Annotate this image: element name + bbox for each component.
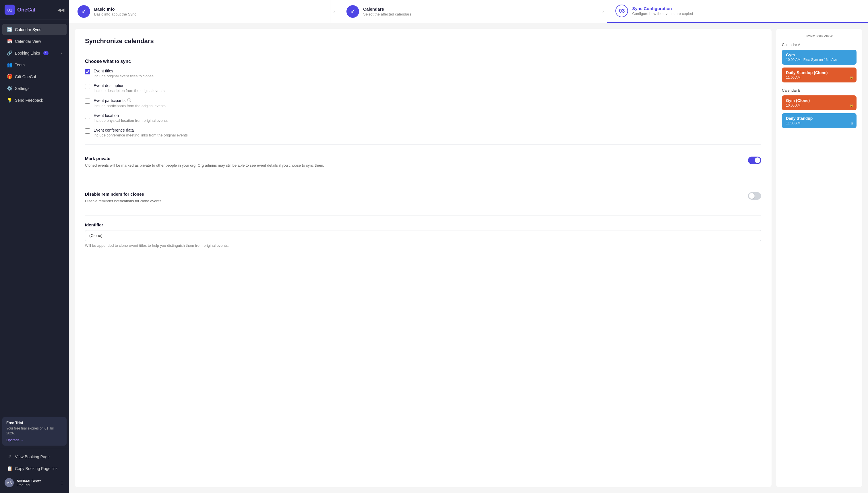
- team-icon: 👥: [7, 62, 12, 67]
- mark-private-description: Cloned events will be marked as private …: [85, 163, 742, 168]
- event-time: 11:00 AM: [786, 121, 852, 125]
- sidebar-bottom: ↗ View Booking Page 📋 Copy Booking Page …: [0, 448, 69, 493]
- event-location-text: Event location Include physical location…: [94, 113, 168, 123]
- collapse-sidebar-button[interactable]: ◀◀: [58, 7, 64, 13]
- avatar: MS: [5, 478, 14, 487]
- sidebar-item-send-feedback[interactable]: 💡 Send Feedback: [2, 94, 67, 106]
- settings-icon: ⚙️: [7, 86, 12, 91]
- disable-reminders-row: Disable reminders for clones Disable rem…: [85, 187, 761, 209]
- event-conference-data-label[interactable]: Event conference data: [94, 128, 188, 132]
- step-3-subtitle: Configure how the events are copied: [632, 12, 693, 16]
- step-2-title: Calendars: [363, 7, 411, 12]
- event-titles-label[interactable]: Event titles: [94, 69, 154, 73]
- step-3-number: 03: [619, 8, 624, 14]
- calendar-sync-icon: 🔄: [7, 27, 12, 32]
- choose-sync-heading: Choose what to sync: [85, 59, 761, 64]
- sidebar-item-label: Calendar Sync: [15, 27, 41, 32]
- info-icon[interactable]: ⓘ: [127, 98, 131, 103]
- sidebar-item-booking-links[interactable]: 🔗 Booking Links 1 ›: [2, 47, 67, 59]
- step-1-circle: ✓: [77, 5, 90, 18]
- stepper-header: ✓ Basic Info Basic info about the Sync ›…: [69, 0, 868, 23]
- sidebar-item-calendar-view[interactable]: 📅 Calendar View: [2, 36, 67, 47]
- form-panel: Synchronize calendars Choose what to syn…: [75, 29, 772, 487]
- booking-links-badge: 1: [43, 51, 48, 55]
- event-gym-a: Gym 10:00 AM · Flex Gym on 16th Ave: [782, 50, 856, 65]
- mark-private-text: Mark private Cloned events will be marke…: [85, 156, 742, 168]
- event-participants-label[interactable]: Event participants ⓘ: [94, 98, 166, 103]
- step-basic-info[interactable]: ✓ Basic Info Basic info about the Sync: [69, 0, 330, 23]
- sidebar-item-settings[interactable]: ⚙️ Settings: [2, 83, 67, 94]
- event-conference-data-desc: Include conference meeting links from th…: [94, 133, 188, 137]
- preview-title: SYNC PREVIEW: [782, 35, 856, 38]
- event-participants-checkbox[interactable]: [85, 99, 90, 104]
- booking-links-icon: 🔗: [7, 50, 12, 56]
- step-2-subtitle: Select the affected calendars: [363, 12, 411, 16]
- content-area: Synchronize calendars Choose what to syn…: [69, 23, 868, 493]
- event-daily-standup-b: Daily Standup 11:00 AM ⊞: [782, 113, 856, 128]
- step-1-subtitle: Basic info about the Sync: [94, 12, 136, 16]
- step-arrow-1: ›: [330, 8, 338, 15]
- sidebar-item-label: Calendar View: [15, 39, 41, 44]
- lock-icon: 🔒: [849, 103, 854, 107]
- identifier-section: Identifier Will be appended to clone eve…: [85, 222, 761, 248]
- event-description-label[interactable]: Event description: [94, 83, 164, 88]
- free-trial-title: Free Trial: [6, 421, 63, 425]
- chevron-right-icon: ›: [61, 51, 62, 55]
- sidebar-item-label: Settings: [15, 86, 29, 91]
- step-2-info: Calendars Select the affected calendars: [363, 7, 411, 16]
- calendar-a-label: Calendar A: [782, 43, 856, 47]
- logo-box: 01: [5, 5, 15, 15]
- event-titles-option: Event titles Include original event titl…: [85, 69, 761, 78]
- sidebar-item-calendar-sync[interactable]: 🔄 Calendar Sync: [2, 24, 67, 35]
- user-menu[interactable]: MS Michael Scott Free Trial ⋮: [0, 475, 69, 491]
- step-sync-configuration[interactable]: 03 Sync Configuration Configure how the …: [607, 0, 868, 23]
- divider-3: [85, 180, 761, 180]
- event-location-label[interactable]: Event location: [94, 113, 168, 118]
- event-time: 10:00 AM · Flex Gym on 16th Ave: [786, 58, 852, 62]
- page-title: Synchronize calendars: [85, 37, 761, 45]
- step-3-info: Sync Configuration Configure how the eve…: [632, 6, 693, 16]
- event-title: Daily Standup: [786, 116, 852, 121]
- identifier-input[interactable]: [85, 230, 761, 241]
- event-location-option: Event location Include physical location…: [85, 113, 761, 123]
- user-name: Michael Scott: [17, 479, 57, 483]
- calendar-b-label: Calendar B: [782, 88, 856, 92]
- logo-name-part2: Cal: [27, 7, 35, 13]
- upgrade-button[interactable]: Upgrade →: [6, 438, 24, 442]
- event-titles-checkbox[interactable]: [85, 69, 90, 74]
- calendar-view-icon: 📅: [7, 39, 12, 44]
- event-participants-desc: Include participants from the original e…: [94, 104, 166, 108]
- divider-1: [85, 52, 761, 52]
- user-menu-dots-button[interactable]: ⋮: [60, 480, 64, 486]
- mark-private-toggle[interactable]: [748, 156, 761, 164]
- event-conference-data-text: Event conference data Include conference…: [94, 128, 188, 137]
- free-trial-description: Your free trial expires on 01 Jul 2026.: [6, 426, 63, 436]
- expand-icon: ⊞: [851, 121, 854, 125]
- sidebar-item-gift-onecal[interactable]: 🎁 Gift OneCal: [2, 71, 67, 82]
- disable-reminders-toggle[interactable]: [748, 192, 761, 200]
- sidebar-item-label: Team: [15, 63, 25, 67]
- sidebar-item-label: Copy Booking Page link: [15, 466, 58, 471]
- free-trial-box: Free Trial Your free trial expires on 01…: [2, 417, 67, 446]
- step-3-circle: 03: [615, 5, 628, 17]
- event-conference-data-checkbox[interactable]: [85, 128, 90, 134]
- sidebar-item-view-booking-page[interactable]: ↗ View Booking Page: [2, 451, 67, 462]
- disable-reminders-description: Disable reminder notifications for clone…: [85, 198, 742, 204]
- user-plan: Free Trial: [17, 483, 57, 487]
- lock-icon: 🔒: [849, 76, 854, 80]
- identifier-hint: Will be appended to clone event titles t…: [85, 243, 761, 248]
- checkmark-icon: ✓: [350, 8, 355, 15]
- step-3-title: Sync Configuration: [632, 6, 693, 11]
- logo-area: 01 OneCal: [5, 5, 35, 15]
- feedback-icon: 💡: [7, 98, 12, 103]
- sidebar-item-copy-booking-link[interactable]: 📋 Copy Booking Page link: [2, 463, 67, 474]
- step-calendars[interactable]: ✓ Calendars Select the affected calendar…: [338, 0, 599, 23]
- event-location-checkbox[interactable]: [85, 114, 90, 119]
- event-time: 11:00 AM: [786, 76, 852, 80]
- event-location-desc: Include physical location from original …: [94, 119, 168, 123]
- sidebar-item-team[interactable]: 👥 Team: [2, 59, 67, 70]
- sidebar-item-label: Booking Links: [15, 51, 40, 56]
- event-description-checkbox[interactable]: [85, 84, 90, 89]
- step-arrow-2: ›: [599, 8, 607, 15]
- sidebar-item-label: View Booking Page: [15, 454, 50, 459]
